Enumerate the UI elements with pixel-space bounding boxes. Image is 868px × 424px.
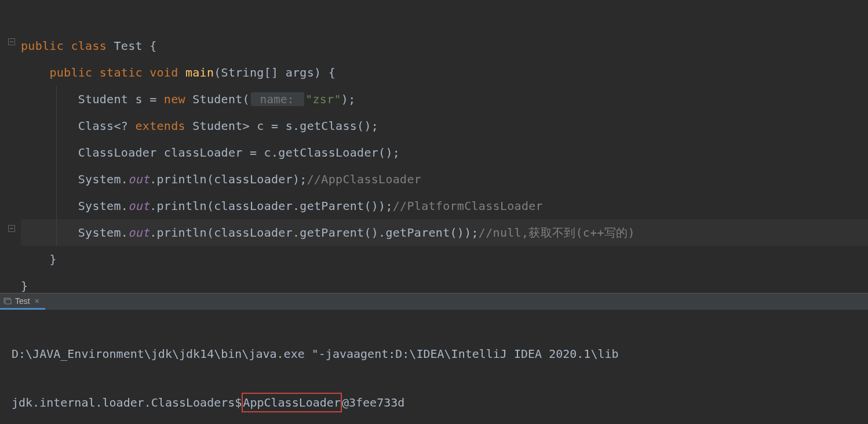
static-field: out (128, 172, 149, 186)
code-text: Student s = (78, 92, 164, 106)
editor-gutter (0, 0, 21, 293)
code-line[interactable]: System.out.println(classLoader.getParent… (21, 199, 543, 213)
comment: //AppClassLoader (307, 172, 421, 186)
highlight-box: AppClassLoader (242, 393, 342, 412)
code-line[interactable]: Class<? extends Student> c = s.getClass(… (21, 119, 378, 133)
code-text: Class<? (78, 119, 136, 133)
code-text: Student> c = s.getClass(); (185, 119, 378, 133)
code-text: .println(classLoader.getParent().getPare… (149, 226, 479, 240)
code-editor[interactable]: public class Test { public static void m… (0, 0, 868, 293)
keyword: public (49, 66, 92, 79)
code-text: .println(classLoader.getParent()); (149, 199, 393, 213)
class-name: Test (114, 39, 142, 53)
static-field: out (128, 199, 149, 213)
code-text: System. (78, 172, 128, 186)
code-line[interactable]: } (21, 252, 57, 266)
console-text: jdk.internal.loader.ClassLoaders$ (12, 396, 242, 409)
run-config-icon (3, 297, 12, 305)
brace: } (21, 279, 28, 293)
close-icon[interactable]: × (35, 296, 39, 306)
console-text: D:\JAVA_Environment\jdk\jdk14\bin\java.e… (12, 347, 619, 361)
code-content[interactable]: public class Test { public static void m… (0, 0, 868, 293)
code-text: ClassLoader classLoader = c.getClassLoad… (78, 146, 400, 160)
string-literal: "zsr" (305, 92, 341, 106)
console-output[interactable]: D:\JAVA_Environment\jdk\jdk14\bin\java.e… (0, 310, 868, 424)
code-text: System. (78, 226, 128, 240)
keyword: static (100, 66, 143, 79)
keyword: new (164, 92, 185, 106)
svg-rect-5 (5, 299, 11, 304)
run-tab-bar: Test × (0, 293, 868, 310)
method-name: main (185, 66, 214, 79)
code-text: Student( (185, 92, 250, 106)
comment: //PlatformClassLoader (393, 199, 543, 213)
code-line[interactable]: } (21, 279, 28, 293)
code-text: .println(classLoader); (149, 172, 307, 186)
code-line-current[interactable]: System.out.println(classLoader.getParent… (21, 219, 868, 246)
brace: } (49, 252, 56, 266)
comment: //null,获取不到(c++写的) (479, 226, 635, 240)
fold-minus-icon[interactable] (8, 38, 15, 45)
keyword: extends (135, 119, 185, 133)
keyword: void (149, 66, 178, 79)
code-line[interactable]: public class Test { (21, 39, 157, 53)
brace: { (143, 39, 157, 53)
static-field: out (128, 226, 149, 240)
console-text: @3fee733d (342, 396, 404, 409)
console-line: jdk.internal.loader.ClassLoaders$AppClas… (12, 390, 868, 415)
code-text: ); (341, 92, 356, 106)
run-tab-label: Test (15, 296, 30, 306)
code-line[interactable]: public static void main(String[] args) { (21, 66, 335, 79)
console-line: D:\JAVA_Environment\jdk\jdk14\bin\java.e… (12, 342, 868, 366)
fold-end-icon[interactable] (8, 225, 15, 232)
code-line[interactable]: ClassLoader classLoader = c.getClassLoad… (21, 146, 400, 160)
code-text: System. (78, 199, 128, 213)
run-tab-test[interactable]: Test × (0, 293, 45, 310)
keyword: class (71, 39, 107, 53)
code-line[interactable]: Student s = new Student( name: "zsr"); (21, 92, 356, 106)
keyword: public (21, 39, 64, 53)
params: (String[] args) { (214, 66, 335, 79)
parameter-hint: name: (251, 92, 304, 106)
code-line[interactable]: System.out.println(classLoader);//AppCla… (21, 172, 421, 186)
